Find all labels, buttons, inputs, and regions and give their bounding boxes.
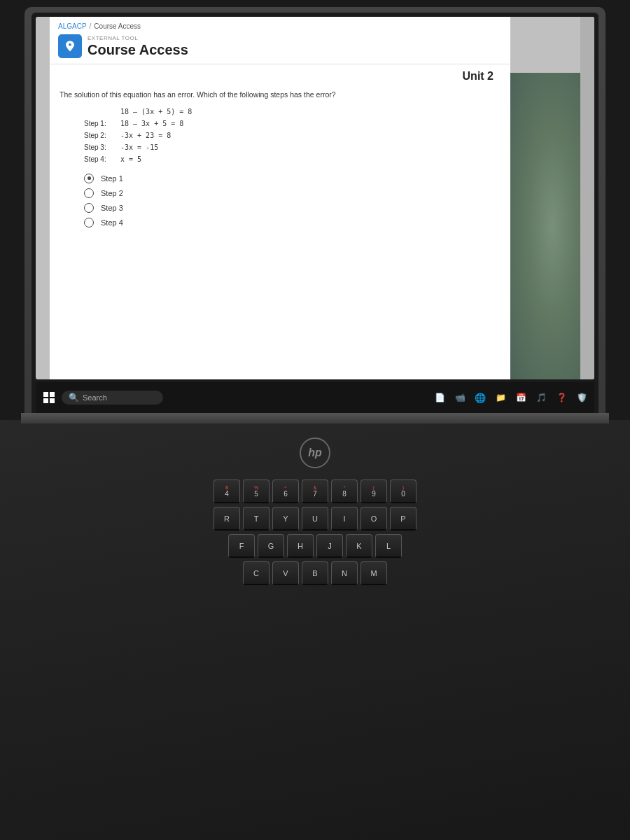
keyboard: $ 4 % 5 ^ 6 & 7 * 8 ( 9 bbox=[119, 479, 511, 585]
taskbar-help-icon[interactable]: ❓ bbox=[552, 388, 570, 407]
key-9[interactable]: ( 9 bbox=[360, 479, 387, 503]
taskbar-right-icons: 📄 📹 🌐 📁 📅 🎵 ❓ 🛡️ bbox=[430, 388, 591, 407]
step-2-eq: -3x + 23 = 8 bbox=[120, 130, 171, 141]
radio-step4[interactable] bbox=[84, 218, 94, 227]
key-u[interactable]: U bbox=[302, 507, 328, 531]
page-title: Course Access bbox=[88, 42, 188, 58]
radio-step1[interactable] bbox=[84, 174, 94, 183]
key-c[interactable]: C bbox=[243, 561, 270, 585]
options-list: Step 1 Step 2 Step 3 Step 4 bbox=[84, 174, 500, 227]
key-m[interactable]: M bbox=[360, 561, 387, 585]
key-p[interactable]: P bbox=[390, 507, 416, 531]
radio-step3[interactable] bbox=[84, 203, 94, 213]
taskbar-search[interactable]: 🔍 Search bbox=[62, 391, 163, 405]
key-v[interactable]: V bbox=[272, 561, 299, 585]
tool-icon bbox=[58, 34, 82, 58]
key-y[interactable]: Y bbox=[272, 507, 299, 531]
bg-left-stripe bbox=[580, 17, 594, 379]
page-header: EXTERNAL TOOL Course Access bbox=[50, 31, 510, 64]
key-0[interactable]: ) 0 bbox=[390, 479, 416, 503]
step-4-label: Step 4: bbox=[84, 153, 120, 165]
taskbar-folder-icon[interactable]: 📁 bbox=[491, 388, 510, 407]
step-1-eq: 18 – 3x + 5 = 8 bbox=[120, 118, 183, 130]
keyboard-row-fn: $ 4 % 5 ^ 6 & 7 * 8 ( 9 bbox=[119, 479, 511, 503]
key-4[interactable]: $ 4 bbox=[214, 479, 240, 503]
keyboard-row-2: F G H J K L bbox=[119, 534, 511, 558]
header-text: EXTERNAL TOOL Course Access bbox=[88, 35, 188, 58]
taskbar-video-icon[interactable]: 📹 bbox=[451, 388, 469, 407]
start-button[interactable] bbox=[39, 388, 59, 407]
step-2-label: Step 2: bbox=[84, 130, 120, 141]
radio-step2[interactable] bbox=[84, 188, 94, 198]
option-step4[interactable]: Step 4 bbox=[84, 218, 500, 227]
key-7[interactable]: & 7 bbox=[302, 479, 328, 503]
keyboard-area: hp $ 4 % 5 ^ 6 & 7 * 8 bbox=[0, 420, 630, 840]
step-1-row: Step 1: 18 – 3x + 5 = 8 bbox=[84, 118, 500, 130]
laptop-hinge bbox=[21, 413, 609, 424]
key-6[interactable]: ^ 6 bbox=[272, 479, 299, 503]
main-content: Unit 2 The solution of this equation has… bbox=[50, 64, 510, 238]
breadcrumb-separator: / bbox=[90, 22, 92, 30]
breadcrumb-algacp[interactable]: ALGACP bbox=[58, 22, 87, 30]
unit-label: Unit 2 bbox=[59, 70, 500, 83]
key-g[interactable]: G bbox=[258, 534, 284, 558]
taskbar: 🔍 Search 📄 📹 🌐 📁 📅 🎵 ❓ 🛡️ bbox=[36, 382, 594, 413]
key-l[interactable]: L bbox=[375, 534, 402, 558]
breadcrumb: ALGACP / Course Access bbox=[50, 17, 510, 31]
step-1-label: Step 1: bbox=[84, 118, 120, 130]
step-3-label: Step 3: bbox=[84, 141, 120, 153]
option-step2[interactable]: Step 2 bbox=[84, 188, 500, 198]
step-3-row: Step 3: -3x = -15 bbox=[84, 141, 500, 153]
keyboard-row-1: R T Y U I O P bbox=[119, 507, 511, 531]
option-step4-label: Step 4 bbox=[101, 218, 123, 227]
option-step2-label: Step 2 bbox=[101, 189, 123, 197]
search-label: Search bbox=[83, 393, 107, 402]
key-i[interactable]: I bbox=[331, 507, 358, 531]
key-h[interactable]: H bbox=[287, 534, 314, 558]
taskbar-file-icon[interactable]: 📄 bbox=[430, 388, 449, 407]
equation-header: 18 – (3x + 5) = 8 bbox=[120, 106, 500, 118]
hp-logo: hp bbox=[300, 438, 330, 468]
step-2-row: Step 2: -3x + 23 = 8 bbox=[84, 130, 500, 141]
step-4-row: Step 4: x = 5 bbox=[84, 153, 500, 165]
option-step1[interactable]: Step 1 bbox=[84, 174, 500, 183]
taskbar-audio-icon[interactable]: 🎵 bbox=[532, 388, 550, 407]
taskbar-browser-icon[interactable]: 🌐 bbox=[471, 388, 489, 407]
browser-window: ALGACP / Course Access EXTERNAL TOOL Cou… bbox=[50, 17, 510, 379]
equation-block: 18 – (3x + 5) = 8 Step 1: 18 – 3x + 5 = … bbox=[84, 106, 500, 165]
key-o[interactable]: O bbox=[360, 507, 387, 531]
step-4-eq: x = 5 bbox=[120, 153, 141, 165]
taskbar-calendar-icon[interactable]: 📅 bbox=[512, 388, 530, 407]
key-8[interactable]: * 8 bbox=[331, 479, 358, 503]
key-f[interactable]: F bbox=[228, 534, 255, 558]
keyboard-row-3: C V B N M bbox=[119, 561, 511, 585]
key-n[interactable]: N bbox=[331, 561, 358, 585]
key-r[interactable]: R bbox=[214, 507, 240, 531]
option-step3[interactable]: Step 3 bbox=[84, 203, 500, 213]
key-t[interactable]: T bbox=[243, 507, 270, 531]
external-tool-label: EXTERNAL TOOL bbox=[88, 35, 188, 41]
taskbar-security-icon[interactable]: 🛡️ bbox=[573, 388, 591, 407]
option-step3-label: Step 3 bbox=[101, 204, 123, 212]
breadcrumb-course-access: Course Access bbox=[94, 22, 141, 30]
key-k[interactable]: K bbox=[346, 534, 372, 558]
key-j[interactable]: J bbox=[316, 534, 343, 558]
search-icon: 🔍 bbox=[69, 393, 79, 402]
key-5[interactable]: % 5 bbox=[243, 479, 270, 503]
option-step1-label: Step 1 bbox=[101, 174, 123, 183]
key-b[interactable]: B bbox=[302, 561, 328, 585]
step-3-eq: -3x = -15 bbox=[120, 141, 158, 153]
question-text: The solution of this equation has an err… bbox=[59, 90, 500, 100]
